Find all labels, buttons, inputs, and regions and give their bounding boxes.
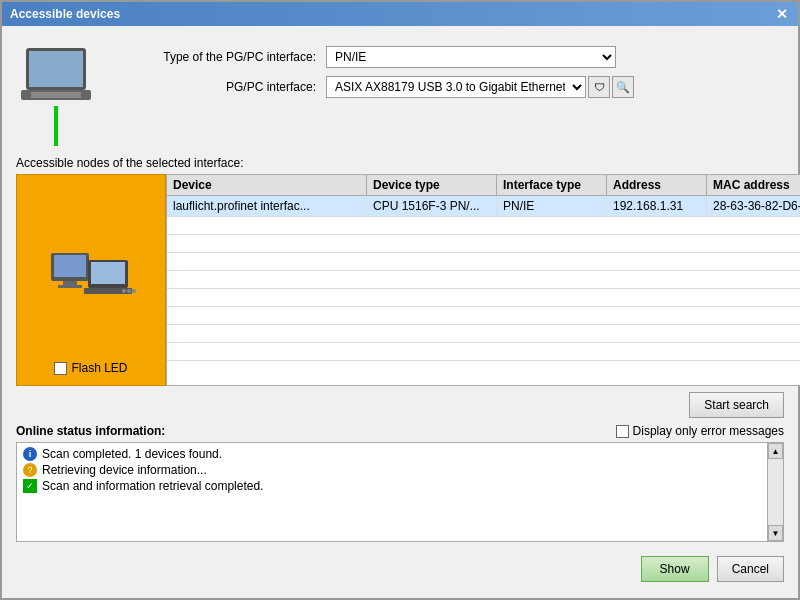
status-header-row: Online status information: Display only … — [16, 424, 784, 438]
cell-interface-type: PN/IE — [497, 196, 607, 216]
status-messages: i Scan completed. 1 devices found. ? Ret… — [17, 443, 783, 541]
interface-type-select[interactable]: PN/IE — [326, 46, 616, 68]
device-table: Device Device type Interface type Addres… — [166, 174, 800, 386]
scroll-up-arrow[interactable]: ▲ — [768, 443, 783, 459]
display-error-checkbox[interactable] — [616, 425, 629, 438]
status-msg-1: i Scan completed. 1 devices found. — [23, 447, 777, 461]
svg-rect-9 — [91, 262, 125, 284]
svg-rect-3 — [31, 92, 81, 98]
status-text-2: Retrieving device information... — [42, 463, 207, 477]
pgpc-interface-input-wrapper: ASIX AX88179 USB 3.0 to Gigabit Ethernet… — [326, 76, 784, 98]
flash-led-checkbox[interactable] — [54, 362, 67, 375]
pgpc-interface-select[interactable]: ASIX AX88179 USB 3.0 to Gigabit Ethernet… — [326, 76, 586, 98]
laptop-icon — [16, 46, 96, 106]
dialog-title: Accessible devices — [10, 7, 120, 21]
display-error-label: Display only error messages — [633, 424, 784, 438]
empty-row-1 — [167, 217, 800, 235]
warn-icon: ? — [23, 463, 37, 477]
svg-point-13 — [132, 289, 136, 293]
devices-graphic — [46, 248, 136, 298]
start-search-button[interactable]: Start search — [689, 392, 784, 418]
pgpc-interface-label: PG/PC interface: — [116, 80, 316, 94]
laptop-area — [16, 46, 96, 146]
accessible-devices-dialog: Accessible devices ✕ Type o — [0, 0, 800, 600]
status-section: i Scan completed. 1 devices found. ? Ret… — [16, 442, 784, 542]
flash-led-label: Flash LED — [71, 361, 127, 375]
interface-type-label: Type of the PG/PC interface: — [116, 50, 316, 64]
empty-row-5 — [167, 289, 800, 307]
empty-row-3 — [167, 253, 800, 271]
cell-mac-address: 28-63-36-82-D6-F6 — [707, 196, 800, 216]
status-text-3: Scan and information retrieval completed… — [42, 479, 263, 493]
check-icon: ✓ — [23, 479, 37, 493]
table-with-panel: Flash LED Device Device type Interface t… — [16, 174, 800, 386]
svg-point-12 — [127, 289, 131, 293]
info-icon: i — [23, 447, 37, 461]
middle-section: Accessible nodes of the selected interfa… — [16, 156, 784, 386]
close-button[interactable]: ✕ — [774, 6, 790, 22]
interface-type-input-wrapper: PN/IE — [326, 46, 784, 68]
show-button[interactable]: Show — [641, 556, 709, 582]
cancel-button[interactable]: Cancel — [717, 556, 784, 582]
bottom-controls: Start search — [16, 392, 784, 418]
shield-icon: 🛡 — [594, 81, 605, 93]
table-header: Device Device type Interface type Addres… — [167, 175, 800, 196]
status-msg-2: ? Retrieving device information... — [23, 463, 777, 477]
cell-device-type: CPU 1516F-3 PN/... — [367, 196, 497, 216]
empty-row-4 — [167, 271, 800, 289]
cell-address: 192.168.1.31 — [607, 196, 707, 216]
orange-panel: Flash LED — [16, 174, 166, 386]
top-section: Type of the PG/PC interface: PN/IE PG/PC… — [16, 36, 784, 146]
cell-device: lauflicht.profinet interfac... — [167, 196, 367, 216]
connection-line — [54, 106, 58, 146]
right-table-area: Accessible nodes of the selected interfa… — [16, 156, 800, 386]
dialog-body: Type of the PG/PC interface: PN/IE PG/PC… — [2, 26, 798, 598]
status-text-1: Scan completed. 1 devices found. — [42, 447, 222, 461]
svg-rect-7 — [58, 285, 82, 288]
empty-row-8 — [167, 343, 800, 361]
svg-point-11 — [122, 289, 126, 293]
magnify-icon-btn[interactable]: 🔍 — [612, 76, 634, 98]
form-fields: Type of the PG/PC interface: PN/IE PG/PC… — [116, 36, 784, 106]
bottom-bar: Show Cancel — [16, 550, 784, 588]
status-msg-3: ✓ Scan and information retrieval complet… — [23, 479, 777, 493]
online-status-label: Online status information: — [16, 424, 165, 438]
magnify-icon: 🔍 — [616, 81, 630, 94]
empty-row-2 — [167, 235, 800, 253]
status-scrollbar[interactable]: ▲ ▼ — [767, 443, 783, 541]
flash-led-area: Flash LED — [54, 361, 127, 375]
svg-rect-5 — [54, 255, 86, 277]
bottom-right-buttons: Show Cancel — [641, 556, 784, 582]
table-row[interactable]: lauflicht.profinet interfac... CPU 1516F… — [167, 196, 800, 217]
empty-row-6 — [167, 307, 800, 325]
accessible-nodes-label: Accessible nodes of the selected interfa… — [16, 156, 800, 170]
col-device-type: Device type — [367, 175, 497, 195]
devices-icon-area — [46, 175, 136, 351]
interface-type-row: Type of the PG/PC interface: PN/IE — [116, 46, 784, 68]
col-address: Address — [607, 175, 707, 195]
shield-icon-btn[interactable]: 🛡 — [588, 76, 610, 98]
scroll-down-arrow[interactable]: ▼ — [768, 525, 783, 541]
svg-rect-1 — [29, 51, 83, 87]
col-device: Device — [167, 175, 367, 195]
svg-rect-6 — [63, 281, 77, 285]
pgpc-interface-row: PG/PC interface: ASIX AX88179 USB 3.0 to… — [116, 76, 784, 98]
title-bar: Accessible devices ✕ — [2, 2, 798, 26]
empty-row-7 — [167, 325, 800, 343]
display-error-wrapper: Display only error messages — [616, 424, 784, 438]
col-interface-type: Interface type — [497, 175, 607, 195]
col-mac-address: MAC address — [707, 175, 800, 195]
